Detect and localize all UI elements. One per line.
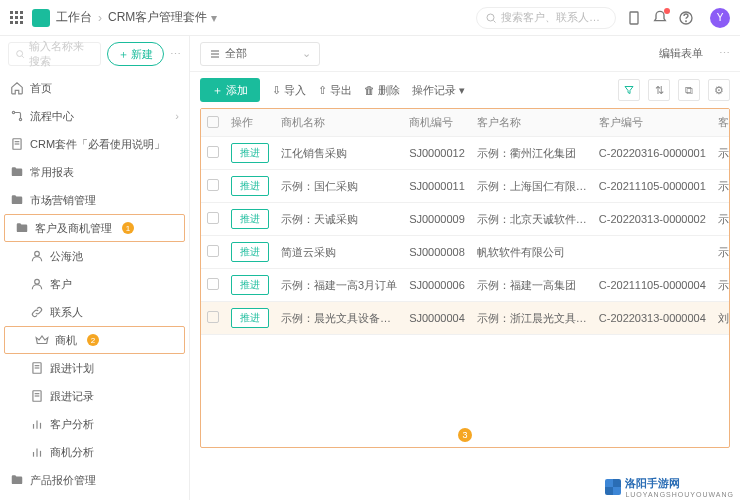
cell-cnum: C-20220313-0000002	[593, 203, 712, 236]
new-button[interactable]: ＋新建	[107, 42, 164, 66]
avatar[interactable]: Y	[710, 8, 730, 28]
push-button[interactable]: 推进	[231, 242, 269, 262]
apps-icon[interactable]	[10, 11, 24, 25]
sidebar-item-6[interactable]: 公海池	[0, 242, 189, 270]
doc-icon	[30, 361, 44, 375]
watermark: 洛阳手游网 LUOYANGSHOUYOUWANG	[605, 476, 734, 498]
svg-point-5	[17, 51, 23, 57]
sidebar-item-2[interactable]: CRM套件「必看使用说明」	[0, 130, 189, 158]
cell-contact: 示例：赵仁民	[712, 137, 730, 170]
help-icon[interactable]	[678, 10, 694, 26]
sidebar-item-4[interactable]: 市场营销管理	[0, 186, 189, 214]
sidebar-item-13[interactable]: 商机分析	[0, 438, 189, 466]
push-button[interactable]: 推进	[231, 143, 269, 163]
search-placeholder: 搜索客户、联系人…	[501, 10, 600, 25]
cell-contact: 刘晨	[712, 302, 730, 335]
edit-form-link[interactable]: 编辑表单	[659, 46, 703, 61]
bell-icon[interactable]	[652, 10, 668, 26]
chevron-down-icon[interactable]: ▾	[211, 11, 217, 25]
import-button[interactable]: ⇩ 导入	[272, 83, 306, 98]
cell-cust: 示例：上海国仁有限…	[471, 170, 593, 203]
sidebar-item-9[interactable]: 商机2	[4, 326, 185, 354]
push-button[interactable]: 推进	[231, 308, 269, 328]
table-row[interactable]: 推进示例：天诚采购SJ0000009示例：北京天诚软件…C-20220313-0…	[201, 203, 730, 236]
sidebar-item-15[interactable]: 合同/回款/开票管理	[0, 494, 189, 500]
push-button[interactable]: 推进	[231, 275, 269, 295]
svg-point-0	[487, 14, 494, 21]
sidebar-item-10[interactable]: 跟进计划	[0, 354, 189, 382]
doc-icon	[30, 389, 44, 403]
sidebar-item-label: 首页	[30, 81, 52, 96]
sidebar-item-1[interactable]: 流程中心›	[0, 102, 189, 130]
column-header: 客户编号	[593, 109, 712, 137]
cell-code: SJ0000008	[403, 236, 471, 269]
home-icon	[10, 81, 24, 95]
doc-icon	[10, 137, 24, 151]
more-icon[interactable]: ⋯	[719, 47, 730, 60]
sort-icon[interactable]: ⇅	[648, 79, 670, 101]
breadcrumb: 工作台 › CRM客户管理套件 ▾	[56, 9, 217, 26]
search-icon	[15, 48, 25, 60]
checkbox[interactable]	[207, 116, 219, 128]
sidebar-item-label: 联系人	[50, 305, 83, 320]
sidebar-item-label: 客户及商机管理	[35, 221, 112, 236]
checkbox[interactable]	[207, 245, 219, 257]
checkbox[interactable]	[207, 146, 219, 158]
table-row[interactable]: 推进示例：福建一高3月订单SJ0000006示例：福建一高集团C-2021110…	[201, 269, 730, 302]
global-search[interactable]: 搜索客户、联系人…	[476, 7, 616, 29]
table-row[interactable]: 推进江化销售采购SJ0000012示例：衢州江化集团C-20220316-000…	[201, 137, 730, 170]
settings-icon[interactable]: ⚙	[708, 79, 730, 101]
sidebar-item-14[interactable]: 产品报价管理	[0, 466, 189, 494]
table-row[interactable]: 推进示例：晨光文具设备…SJ0000004示例：浙江晨光文具…C-2022031…	[201, 302, 730, 335]
checkbox[interactable]	[207, 278, 219, 290]
checkbox[interactable]	[207, 179, 219, 191]
search-icon	[485, 12, 497, 24]
cell-name: 江化销售采购	[275, 137, 403, 170]
checkbox[interactable]	[207, 212, 219, 224]
sidebar-item-11[interactable]: 跟进记录	[0, 382, 189, 410]
sidebar-item-8[interactable]: 联系人	[0, 298, 189, 326]
cell-contact: 示例：王立	[712, 236, 730, 269]
table-row[interactable]: 推进示例：国仁采购SJ0000011示例：上海国仁有限…C-20211105-0…	[201, 170, 730, 203]
copy-icon[interactable]: ⧉	[678, 79, 700, 101]
sidebar-item-0[interactable]: 首页	[0, 74, 189, 102]
cell-code: SJ0000009	[403, 203, 471, 236]
cell-cust: 帆软软件有限公司	[471, 236, 593, 269]
cell-cust: 示例：福建一高集团	[471, 269, 593, 302]
folder-icon	[10, 473, 24, 487]
list-icon	[209, 48, 221, 60]
filter-icon[interactable]	[618, 79, 640, 101]
top-bar: 工作台 › CRM客户管理套件 ▾ 搜索客户、联系人… Y	[0, 0, 740, 36]
delete-button[interactable]: 🗑 删除	[364, 83, 400, 98]
column-header	[201, 109, 225, 137]
crumb-suite[interactable]: CRM客户管理套件	[108, 9, 207, 26]
export-button[interactable]: ⇧ 导出	[318, 83, 352, 98]
checkbox[interactable]	[207, 311, 219, 323]
cell-name: 示例：天诚采购	[275, 203, 403, 236]
column-header: 操作	[225, 109, 275, 137]
chart-icon	[30, 417, 44, 431]
cell-cnum: C-20211105-0000004	[593, 269, 712, 302]
main-pane: 全部 ⌄ 编辑表单 ⋯ ＋添加 ⇩ 导入 ⇧ 导出 🗑 删除 操作记录 ▾ ⇅ …	[190, 36, 740, 500]
view-select[interactable]: 全部 ⌄	[200, 42, 320, 66]
push-button[interactable]: 推进	[231, 176, 269, 196]
sidebar-item-12[interactable]: 客户分析	[0, 410, 189, 438]
more-icon[interactable]: ⋯	[170, 48, 181, 61]
cell-code: SJ0000004	[403, 302, 471, 335]
sidebar-item-5[interactable]: 客户及商机管理1	[4, 214, 185, 242]
svg-point-7	[12, 111, 14, 113]
sidebar-search[interactable]: 输入名称来搜索	[8, 42, 101, 66]
add-button[interactable]: ＋添加	[200, 78, 260, 102]
bookmark-icon[interactable]	[626, 10, 642, 26]
crumb-workspace[interactable]: 工作台	[56, 9, 92, 26]
sidebar-item-7[interactable]: 客户	[0, 270, 189, 298]
sidebar-item-label: 跟进计划	[50, 361, 94, 376]
push-button[interactable]: 推进	[231, 209, 269, 229]
sidebar-item-label: 商机分析	[50, 445, 94, 460]
cell-cust: 示例：浙江晨光文具…	[471, 302, 593, 335]
cell-code: SJ0000012	[403, 137, 471, 170]
table-row[interactable]: 推进简道云采购SJ0000008帆软软件有限公司示例：王立	[201, 236, 730, 269]
sidebar-item-3[interactable]: 常用报表	[0, 158, 189, 186]
oplog-button[interactable]: 操作记录 ▾	[412, 83, 465, 98]
folder-icon	[10, 193, 24, 207]
